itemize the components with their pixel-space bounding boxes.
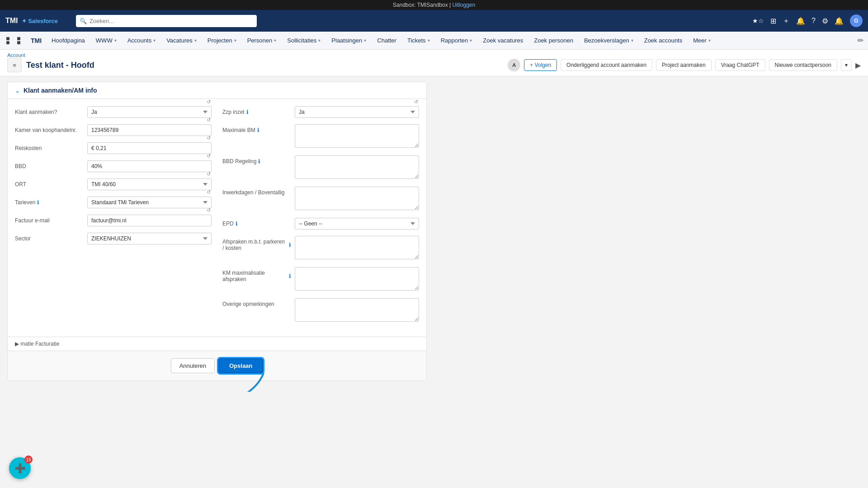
appbar-item-zoek-vacatures[interactable]: Zoek vacatures: [478, 35, 528, 46]
header-dropdown-button[interactable]: ▾: [841, 59, 852, 71]
follow-button[interactable]: + Volgen: [524, 59, 557, 71]
notification-icon[interactable]: 🔔: [796, 17, 805, 25]
textarea-max-bm[interactable]: [295, 124, 419, 148]
bell-icon[interactable]: 🔔: [835, 17, 844, 25]
undo-icon-bbd[interactable]: ↺: [207, 153, 211, 159]
appbar-item-zoek-personen[interactable]: Zoek personen: [529, 35, 578, 46]
label-ort: ORT: [15, 178, 87, 188]
field-reiskosten: ↺ Reiskosten: [15, 142, 212, 154]
appbar-item-www[interactable]: WWW▾: [91, 35, 121, 46]
sandbox-text: Sandbox: TMISandbox |: [393, 2, 451, 8]
input-factuur-email[interactable]: [87, 215, 212, 226]
undo-icon-klant[interactable]: ↺: [207, 99, 211, 105]
chatgpt-button[interactable]: Vraag ChatGPT: [715, 59, 765, 71]
account-icon: ≡: [13, 62, 16, 69]
klant-section-header[interactable]: ⌄ Klant aanmaken/AM info: [8, 82, 426, 99]
appbar-item-tickets[interactable]: Tickets▾: [403, 35, 434, 46]
input-kvk[interactable]: [87, 124, 212, 136]
info-icon-max-bm[interactable]: ℹ: [257, 127, 259, 133]
grid-icon[interactable]: [5, 35, 29, 46]
avatar[interactable]: G: [850, 14, 863, 27]
facturatie-section-label[interactable]: ▶ matie Facturatie: [8, 337, 426, 351]
info-icon-tarieven[interactable]: ℹ: [37, 199, 39, 206]
field-km: KM maximalisatie afspraken ℹ: [222, 267, 419, 292]
field-kvk: ↺ Kamer van koophandelnr.: [15, 124, 212, 136]
info-icon-km[interactable]: ℹ: [289, 273, 291, 279]
label-sector: Sector: [15, 233, 87, 242]
label-bbd: BBD: [15, 160, 87, 169]
logout-link[interactable]: Uitloggen: [452, 2, 475, 8]
appbar-tmi-label[interactable]: TMI: [31, 37, 42, 44]
new-contact-button[interactable]: Nieuwe contactpersoon: [769, 59, 837, 71]
select-tarieven[interactable]: Standaard TMi Tarieven: [87, 197, 212, 208]
input-bbd[interactable]: [87, 160, 212, 172]
select-sector[interactable]: ZIEKENHUIZEN: [87, 233, 212, 244]
header-buttons: A + Volgen Onderliggend account aanmaken…: [508, 59, 861, 71]
save-button[interactable]: Opslaan: [218, 358, 263, 373]
avatar-icon: A: [508, 59, 520, 71]
appbar-item-bezoekverslagen[interactable]: Bezoekverslagen▾: [580, 35, 638, 46]
field-factuur-email: ↺ Factuur e-mail: [15, 215, 212, 226]
appbar-item-projecten[interactable]: Projecten▾: [203, 35, 241, 46]
select-klant-aanmaken[interactable]: JaNee: [87, 106, 212, 118]
label-epd: EPD ℹ: [222, 218, 295, 227]
edit-icon[interactable]: ✏: [858, 36, 863, 45]
field-ort: ↺ ORT TMI 40/60: [15, 178, 212, 190]
appbar-item-meer[interactable]: Meer▾: [689, 35, 715, 46]
sidebar-toggle-icon[interactable]: ▶: [855, 61, 861, 70]
undo-icon-zzp[interactable]: ↺: [414, 99, 418, 105]
page-icon: ≡: [7, 58, 22, 72]
textarea-bbd-regeling[interactable]: [295, 155, 419, 179]
textarea-parkeren[interactable]: [295, 236, 419, 259]
appbar-item-zoek-accounts[interactable]: Zoek accounts: [640, 35, 687, 46]
field-klant-aanmaken: ↺ Klant aanmaken? JaNee: [15, 106, 212, 118]
appbar-item-sollicitaties[interactable]: Sollicitaties▾: [283, 35, 325, 46]
chevron-down-icon: ▾: [470, 38, 472, 43]
info-icon-zzp[interactable]: ℹ: [246, 109, 249, 115]
input-reiskosten[interactable]: [87, 142, 212, 154]
help-icon[interactable]: ?: [811, 17, 816, 25]
textarea-opmerkingen[interactable]: [295, 298, 419, 322]
textarea-inwerkdagen[interactable]: [295, 187, 419, 210]
field-reiskosten-input: [87, 142, 212, 154]
waffle-icon[interactable]: ⊞: [770, 17, 776, 25]
info-icon-bbd-regeling[interactable]: ℹ: [258, 158, 260, 164]
appbar-item-personen[interactable]: Personen▾: [243, 35, 281, 46]
label-bbd-regeling: BBD Regeling ℹ: [222, 155, 295, 164]
label-km: KM maximalisatie afspraken ℹ: [222, 267, 295, 282]
onderliggend-button[interactable]: Onderliggend account aanmaken: [561, 59, 652, 71]
appbar-item-plaatsingen[interactable]: Plaatsingen▾: [327, 35, 371, 46]
info-icon-parkeren[interactable]: ℹ: [289, 242, 291, 248]
chevron-down-icon: ▾: [114, 38, 117, 43]
undo-icon-reiskosten[interactable]: ↺: [207, 135, 211, 141]
field-max-bm: Maximale BM ℹ: [222, 124, 419, 149]
select-ort[interactable]: TMI 40/60: [87, 178, 212, 190]
breadcrumb[interactable]: Account: [7, 52, 861, 58]
info-icon-epd[interactable]: ℹ: [236, 221, 238, 227]
search-input[interactable]: [76, 15, 257, 27]
page-title-row: ≡ Test klant - Hoofd A + Volgen Onderlig…: [7, 58, 861, 76]
select-zzp[interactable]: JaNee: [295, 106, 419, 118]
select-epd[interactable]: -- Geen --: [295, 218, 419, 230]
save-button-wrap: Opslaan: [218, 358, 263, 373]
settings-icon[interactable]: ⚙: [822, 17, 828, 25]
collapse-icon: ⌄: [15, 87, 20, 94]
label-zzp: Zzp inzet ℹ: [222, 106, 295, 115]
add-icon[interactable]: ＋: [783, 16, 790, 26]
cancel-button[interactable]: Annuleren: [171, 358, 215, 373]
appbar-item-rapporten[interactable]: Rapporten▾: [436, 35, 477, 46]
appbar-item-hoofdpagina[interactable]: Hoofdpagina: [47, 35, 90, 46]
undo-icon-kvk[interactable]: ↺: [207, 117, 211, 123]
undo-icon-factuur[interactable]: ↺: [207, 207, 211, 213]
appbar-item-accounts[interactable]: Accounts▾: [123, 35, 160, 46]
favorites-icon[interactable]: ★☆: [752, 17, 764, 24]
undo-icon-tarieven[interactable]: ↺: [207, 189, 211, 195]
appbar-item-vacatures[interactable]: Vacatures▾: [162, 35, 201, 46]
textarea-km[interactable]: [295, 267, 419, 291]
chevron-down-icon: ▾: [234, 38, 236, 43]
project-aanmaken-button[interactable]: Project aanmaken: [656, 59, 712, 71]
klant-section-body: ↺ Klant aanmaken? JaNee ↺ Kamer van koop…: [8, 99, 426, 337]
undo-icon-ort[interactable]: ↺: [207, 171, 211, 177]
label-kvk: Kamer van koophandelnr.: [15, 124, 87, 133]
appbar-item-chatter[interactable]: Chatter: [373, 35, 401, 46]
